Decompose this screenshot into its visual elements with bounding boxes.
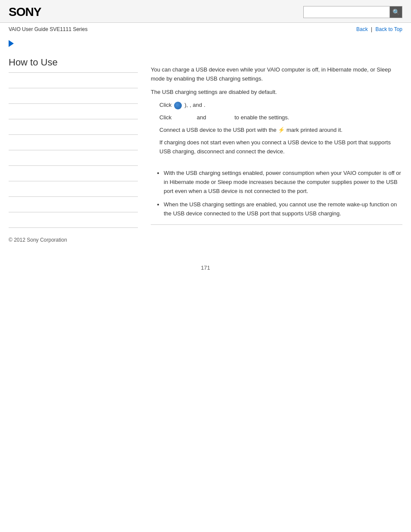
guide-title: VAIO User Guide SVE1111 Series [9, 26, 87, 32]
sidebar-item-7[interactable] [9, 166, 138, 181]
step1-paren: ), [184, 101, 188, 110]
sidebar-item-2[interactable] [9, 88, 138, 104]
back-to-top-link[interactable]: Back to Top [376, 26, 402, 32]
nav-links: Back | Back to Top [356, 26, 402, 32]
sony-logo: SONY [9, 5, 41, 19]
sidebar-item-6[interactable] [9, 150, 138, 166]
sub-header: VAIO User Guide SVE1111 Series Back | Ba… [0, 23, 411, 36]
note-1: Connect a USB device to the USB port wit… [159, 126, 402, 135]
search-area: 🔍 [303, 6, 402, 18]
header: SONY 🔍 [0, 0, 411, 23]
bullet-list: With the USB charging settings enabled, … [151, 169, 402, 218]
main-layout: How to Use You can charge a USB device e… [0, 48, 411, 228]
sidebar-item-10[interactable] [9, 212, 138, 228]
content-area: You can charge a USB device even while y… [151, 57, 402, 228]
sidebar-item-1[interactable] [9, 73, 138, 88]
step2-suffix: to enable the settings. [234, 113, 289, 122]
copyright-text: © 2012 Sony Corporation [9, 237, 67, 243]
footer: © 2012 Sony Corporation [0, 228, 411, 252]
search-button[interactable]: 🔍 [389, 6, 402, 18]
search-input[interactable] [303, 6, 389, 18]
step2-click-label: Click [159, 113, 171, 122]
bullet-item-2: When the USB charging settings are enabl… [164, 200, 402, 218]
sidebar: How to Use [9, 57, 138, 228]
content-divider [151, 224, 402, 225]
intro-paragraph-1: You can charge a USB device even while y… [151, 65, 402, 84]
step1-middle: , and [190, 101, 202, 110]
separator: | [371, 26, 372, 32]
sidebar-item-3[interactable] [9, 104, 138, 119]
step2-and: and [197, 113, 206, 122]
step1-click-label: Click [159, 101, 171, 110]
back-link[interactable]: Back [356, 26, 368, 32]
globe-icon [174, 102, 182, 109]
step1-end: . [204, 101, 206, 110]
intro-paragraph-2: The USB charging settings are disabled b… [151, 88, 402, 97]
sidebar-title: How to Use [9, 57, 138, 73]
step-1: Click ), , and . [159, 101, 402, 110]
sidebar-item-4[interactable] [9, 119, 138, 135]
sidebar-item-9[interactable] [9, 197, 138, 212]
note-2: If charging does not start even when you… [159, 138, 402, 156]
bullet-item-1: With the USB charging settings enabled, … [164, 169, 402, 196]
step-2: Click and to enable the settings. [159, 113, 402, 122]
breadcrumb-arrow-icon [9, 40, 14, 47]
page-number: 171 [0, 252, 411, 280]
sidebar-item-8[interactable] [9, 181, 138, 197]
search-icon: 🔍 [392, 9, 400, 16]
breadcrumb [0, 36, 411, 48]
bullet-section: With the USB charging settings enabled, … [151, 165, 402, 218]
sidebar-item-5[interactable] [9, 135, 138, 150]
